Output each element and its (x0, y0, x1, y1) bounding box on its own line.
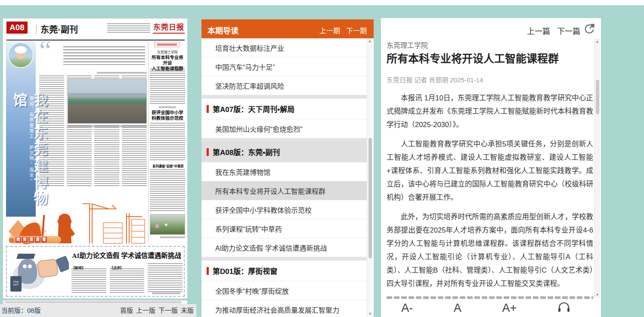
section-gap (201, 95, 367, 99)
photo-caption (160, 236, 185, 238)
banner-char: 看 (41, 237, 47, 242)
first-page-link[interactable]: 首版 (120, 304, 133, 317)
garden-class-photo (150, 214, 185, 235)
column-comment: 【点评】 (110, 263, 145, 293)
construction-site-photo (68, 79, 147, 124)
toc-item-label: 中国汽车“马力十足” (215, 62, 275, 72)
simulated-text-lines (150, 123, 185, 161)
prev-page-link[interactable]: 上一版 (136, 304, 155, 317)
toc-article-item[interactable]: 全国冬季“村晚”厚街绽放 (201, 281, 367, 300)
simulated-text-lines (148, 263, 183, 293)
section-gap (201, 138, 367, 142)
font-smaller-button[interactable]: A- (401, 301, 413, 315)
toc-section-header-current[interactable]: 第A08版：东莞•副刊 (201, 142, 367, 162)
toc-section-header[interactable]: 第D01版：厚街视窗 (201, 261, 367, 281)
toc-article-item[interactable]: 坚决防范汇率超调风险 (201, 76, 367, 95)
banner-char: 漫 (35, 237, 40, 242)
portrait-photo (8, 42, 34, 68)
column-continued (148, 263, 183, 293)
banner-char: 教 (15, 237, 21, 242)
prev-issue-link[interactable]: 上一期 (319, 25, 340, 35)
ai-box-columns: 【新闻】 【点评】 (71, 263, 183, 293)
toc-scrollbar[interactable]: ▲ ▼ (367, 38, 373, 317)
banner-char: 育 (22, 237, 28, 242)
toc-item-label: 全国冬季“村晚”厚街绽放 (215, 286, 289, 296)
scrollbar-thumb[interactable] (596, 80, 599, 114)
red-bar-icon (207, 105, 209, 113)
last-page-link[interactable]: 末版 (181, 304, 194, 317)
simulated-text-lines (63, 46, 145, 65)
article-kicker (159, 106, 176, 108)
next-article-link[interactable]: 下一篇 (557, 25, 580, 36)
article-scrollbar[interactable]: ▲ ▼ (594, 39, 600, 298)
right-news-column: 东莞理工学院 所有本科专业将开设 人工智能课程群 获评全国中小学 科教体验示范校… (150, 42, 185, 244)
simulated-text-lines (39, 75, 64, 187)
red-bar-icon (207, 148, 209, 156)
cartoon-figure-icon (9, 235, 15, 242)
scroll-up-arrow[interactable]: ▲ (594, 39, 600, 45)
toc-article-item[interactable]: 获评全国中小学科教体验示范校 (201, 200, 367, 219)
font-normal-button[interactable]: A (454, 301, 461, 315)
article-kicker: 东莞理工学院 (150, 50, 185, 54)
toc-item-label: 培育壮大数据标注产业 (215, 43, 284, 53)
toc-article-item[interactable]: 我在东莞建博物馆 (201, 162, 367, 181)
toc-item-label: 为推动厚街经济社会高质量发展汇智聚力 (215, 305, 339, 315)
scrollbar-thumb[interactable] (5, 301, 182, 303)
toc-section-header[interactable]: 第A07版：天下周刊•解局 (201, 99, 367, 119)
newspaper-masthead: 东莞日报 (153, 22, 185, 34)
listen-button[interactable] (557, 301, 570, 316)
current-page-label: 当前版：08版 (1, 304, 41, 317)
headline-ai-fraud: AI助力论文造假 学术诚信遭遇新挑战 (71, 250, 183, 260)
toc-title: 本期导读 (207, 25, 238, 36)
article-byline: 东莞日报 记者 肖郅朋 2025-01-14 (387, 75, 483, 84)
byline-caption (152, 292, 180, 294)
article-nav: 上一篇 下一篇 (527, 25, 580, 36)
toc-section-label: 第D01版：厚街视窗 (213, 265, 277, 276)
next-page-link[interactable]: 下一版 (158, 304, 178, 317)
column-tag (154, 42, 180, 47)
red-bar-icon (207, 267, 209, 275)
toc-panel: 本期导读 上一期 下一期 培育壮大数据标注产业 中国汽车“马力十足” 坚决防范汇… (201, 19, 374, 317)
toc-article-item[interactable]: AI助力论文造假 学术诚信遭遇新挑战 (201, 238, 367, 257)
toc-article-item[interactable]: 美国加州山火缘何“愈烧愈烈” (201, 119, 367, 138)
share-icon[interactable] (584, 23, 595, 34)
toc-list: 培育壮大数据标注产业 中国汽车“马力十足” 坚决防范汇率超调风险 第A07版：天… (201, 38, 367, 317)
toc-item-label: AI助力论文造假 学术诚信遭遇新挑战 (215, 242, 327, 253)
quote-mark-icon: “ (39, 37, 51, 64)
page-navigation-bar: 当前版：08版 首版 上一版 下一版 末版 (0, 304, 196, 317)
toc-item-label: 坚决防范汇率超调风险 (215, 81, 284, 91)
simulated-text-lines (150, 68, 185, 105)
page-number-badge: A08 (6, 22, 28, 34)
scroll-down-arrow[interactable]: ▼ (367, 311, 373, 317)
toc-article-item-selected[interactable]: 所有本科专业将开设人工智能课程群 (201, 181, 367, 200)
toc-article-item[interactable]: 为推动厚街经济社会高质量发展汇智聚力 (201, 300, 367, 317)
scrollbar-thumb[interactable] (368, 138, 372, 258)
ai-commentary-box: Chat GPT AI助力论文造假 学术诚信遭遇新挑战 【新闻】 【点评】 (6, 246, 185, 297)
article-kicker: 东莞理工学院 (387, 40, 428, 50)
newspaper-horizontal-scrollbar[interactable] (3, 300, 188, 304)
toc-article-item[interactable]: 中国汽车“马力十足” (201, 57, 367, 76)
font-larger-button[interactable]: A+ (502, 301, 517, 315)
scroll-up-arrow[interactable]: ▲ (367, 38, 373, 44)
edu-cartoon-banner: 教 育 漫 漫 看 (9, 236, 61, 243)
toc-item-label: 美国加州山火缘何“愈烧愈烈” (215, 124, 303, 134)
header-rule (6, 40, 185, 40)
headline-demo-school: 获评全国中小学 科教体验示范校 (150, 110, 185, 121)
simulated-text-lines (71, 268, 106, 293)
photo-caption (68, 125, 147, 127)
pull-quote-block: “ (39, 43, 147, 74)
scroll-down-arrow[interactable]: ▼ (594, 292, 600, 298)
page-nav-links: 首版 上一版 下一版 末版 (120, 304, 194, 317)
next-issue-link[interactable]: 下一期 (346, 25, 367, 35)
prev-article-link[interactable]: 上一篇 (527, 25, 550, 36)
chatgpt-box: Chat GPT (10, 276, 22, 292)
issue-nav: 上一期 下一期 (319, 25, 367, 35)
stop-hand-cartoon: Chat GPT (9, 249, 69, 293)
article-title: 所有本科专业将开设人工智能课程群 (387, 50, 593, 65)
column-divider (148, 42, 149, 242)
toc-article-item[interactable]: 系列课程“玩转”中草药 (201, 219, 367, 238)
newspaper-page-preview[interactable]: A08 ｜东莞·副刊 东莞日报 我在东莞建博物馆 龚桓：高质量施工 护文物“周全… (3, 18, 188, 299)
simulated-text-lines (157, 44, 177, 46)
toc-article-item[interactable]: 培育壮大数据标注产业 (201, 38, 367, 57)
headline-herb-course: 系列课程“玩转”中草药 (152, 163, 183, 168)
